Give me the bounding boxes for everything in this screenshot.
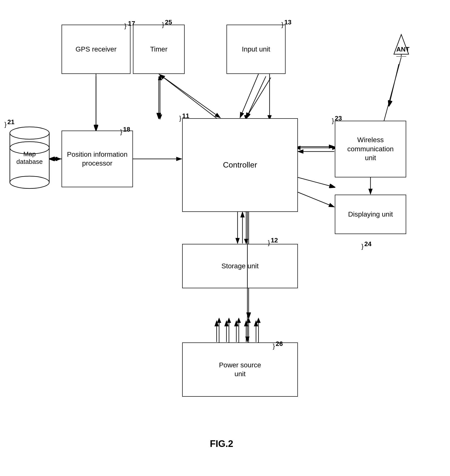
svg-point-35 bbox=[10, 127, 49, 139]
figure-label: FIG.2 bbox=[185, 439, 258, 449]
svg-marker-8 bbox=[158, 75, 162, 80]
svg-line-11 bbox=[246, 78, 271, 118]
svg-point-36 bbox=[10, 176, 49, 188]
wireless-comm-box: Wirelesscommunicationunit bbox=[335, 121, 406, 177]
wireless-comm-ref: 23 bbox=[335, 115, 342, 122]
controller-box: Controller bbox=[182, 118, 298, 212]
brace-23: } bbox=[332, 117, 334, 125]
brace-24: } bbox=[361, 243, 364, 250]
svg-marker-24 bbox=[227, 318, 231, 323]
input-unit-label: Input unit bbox=[242, 45, 270, 54]
svg-marker-22 bbox=[217, 318, 221, 323]
brace-13: } bbox=[281, 21, 284, 29]
svg-marker-19 bbox=[244, 239, 248, 244]
brace-26: } bbox=[273, 342, 275, 350]
power-source-label: Power sourceunit bbox=[219, 361, 261, 379]
svg-line-46 bbox=[159, 74, 220, 118]
brace-21: } bbox=[4, 121, 7, 128]
power-source-ref: 26 bbox=[276, 340, 283, 348]
brace-12: } bbox=[268, 239, 270, 247]
displaying-unit-box: Displaying unit bbox=[335, 195, 406, 234]
svg-marker-26 bbox=[237, 318, 241, 323]
input-unit-ref: 13 bbox=[284, 18, 291, 26]
brace-25: } bbox=[162, 21, 164, 29]
brace-11: } bbox=[179, 115, 181, 122]
displaying-unit-ref: 24 bbox=[364, 240, 371, 248]
power-source-box: Power sourceunit bbox=[182, 342, 298, 397]
controller-ref: 11 bbox=[182, 112, 189, 120]
position-info-processor-label: Position informationprocessor bbox=[67, 150, 128, 168]
timer-ref: 25 bbox=[165, 18, 172, 26]
svg-line-10 bbox=[246, 76, 266, 118]
svg-line-33 bbox=[389, 64, 399, 106]
timer-box: Timer bbox=[133, 25, 185, 74]
gps-receiver-label: GPS receiver bbox=[76, 45, 117, 54]
gps-receiver-box: GPS receiver bbox=[62, 25, 130, 74]
svg-line-47 bbox=[160, 74, 217, 118]
map-database-label: Mapdatabase bbox=[7, 150, 52, 166]
brace-17: } bbox=[124, 22, 127, 30]
svg-line-16 bbox=[298, 177, 335, 187]
antenna-symbol bbox=[391, 32, 411, 57]
map-db-ref: 21 bbox=[7, 118, 15, 126]
svg-line-51 bbox=[298, 192, 334, 207]
svg-line-48 bbox=[240, 74, 258, 118]
storage-unit-ref: 12 bbox=[271, 237, 278, 244]
svg-marker-38 bbox=[394, 34, 409, 54]
position-info-processor-box: Position informationprocessor bbox=[62, 131, 133, 187]
input-unit-box: Input unit bbox=[226, 25, 286, 74]
svg-marker-30 bbox=[257, 318, 260, 323]
svg-marker-28 bbox=[247, 318, 251, 323]
brace-18: } bbox=[120, 128, 122, 136]
storage-unit-box: Storage unit bbox=[182, 244, 298, 288]
controller-label: Controller bbox=[223, 160, 257, 170]
pip-ref: 18 bbox=[123, 126, 130, 133]
wireless-comm-label: Wirelesscommunicationunit bbox=[347, 136, 394, 162]
svg-marker-9 bbox=[158, 115, 162, 119]
diagram: GPS receiver 17 } Position informationpr… bbox=[0, 0, 450, 476]
timer-label: Timer bbox=[150, 45, 168, 54]
displaying-unit-label: Displaying unit bbox=[348, 210, 393, 219]
storage-unit-label: Storage unit bbox=[222, 262, 259, 271]
svg-line-60 bbox=[384, 57, 401, 121]
